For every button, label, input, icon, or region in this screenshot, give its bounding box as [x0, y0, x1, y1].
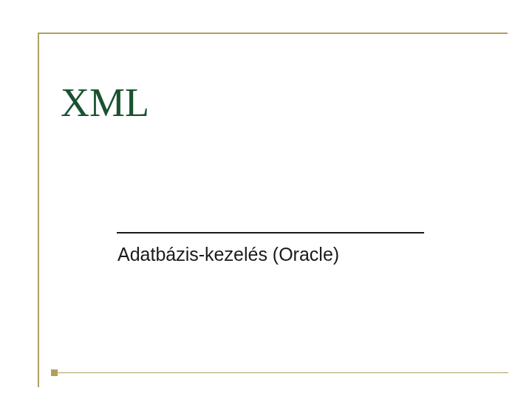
- subtitle-divider: [117, 232, 424, 233]
- slide-title: XML: [61, 80, 149, 126]
- accent-baseline: [58, 372, 508, 373]
- slide-subtitle: Adatbázis-kezelés (Oracle): [117, 244, 339, 265]
- accent-square: [51, 369, 58, 376]
